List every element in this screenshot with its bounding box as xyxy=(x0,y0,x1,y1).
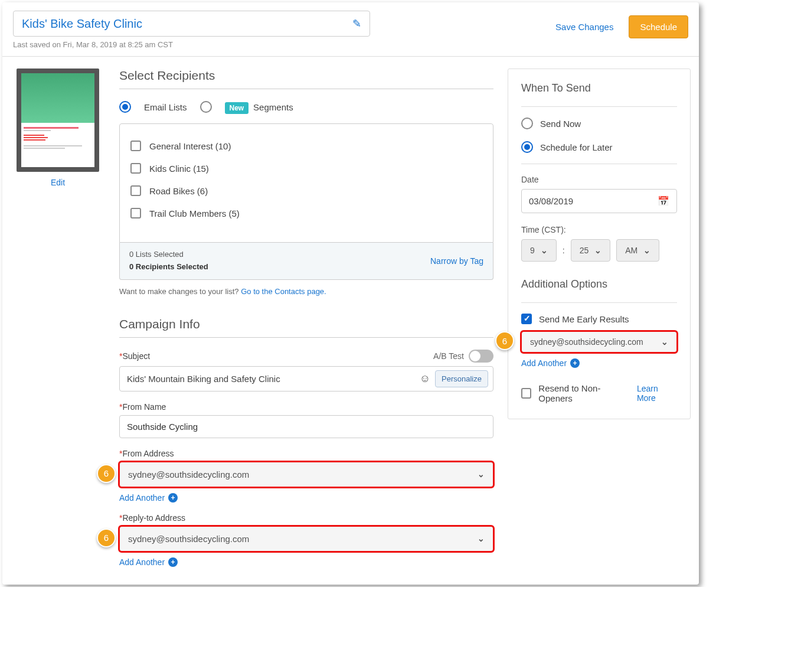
list-label: Kids Clinic (15) xyxy=(149,164,209,174)
emoji-icon[interactable]: ☺ xyxy=(420,373,430,385)
list-checkbox[interactable] xyxy=(130,185,141,196)
campaign-title-text: Kids' Bike Safety Clinic xyxy=(22,17,142,31)
list-label: Trail Club Members (5) xyxy=(149,208,240,218)
ab-test-toggle[interactable] xyxy=(469,350,493,363)
ab-test-label: A/B Test xyxy=(433,351,464,361)
calendar-icon: 📅 xyxy=(658,195,669,207)
subject-input[interactable]: Kids' Mountain Biking and Safety Clinic … xyxy=(119,366,493,392)
subject-value: Kids' Mountain Biking and Safety Clinic xyxy=(127,374,415,384)
plus-circle-icon: + xyxy=(168,493,178,503)
contacts-page-link[interactable]: Go to the Contacts page. xyxy=(241,287,326,296)
additional-options-heading: Additional Options xyxy=(521,278,677,291)
date-label: Date xyxy=(521,175,677,184)
date-value: 03/08/2019 xyxy=(529,196,573,206)
personalize-button[interactable]: Personalize xyxy=(435,370,488,387)
hour-select[interactable]: 9⌄ xyxy=(521,239,557,262)
add-another-early-link[interactable]: Add Another + xyxy=(521,358,580,368)
add-another-reply-link[interactable]: Add Another + xyxy=(119,557,178,567)
minute-select[interactable]: 25⌄ xyxy=(571,239,611,262)
reply-address-select[interactable]: sydney@southsidecycling.com ⌄ xyxy=(119,526,493,552)
lists-selected-count: 0 Lists Selected xyxy=(129,249,208,261)
list-item[interactable]: Trail Club Members (5) xyxy=(130,202,482,224)
resend-label: Resend to Non-Openers xyxy=(538,383,630,403)
from-address-label: From Address xyxy=(122,449,174,458)
date-input[interactable]: 03/08/2019 📅 xyxy=(521,189,677,213)
campaign-info-heading: Campaign Info xyxy=(119,317,493,331)
resend-checkbox[interactable] xyxy=(521,388,531,399)
new-badge: New xyxy=(225,102,249,114)
plus-circle-icon: + xyxy=(570,358,580,368)
subject-label: Subject xyxy=(122,351,150,361)
email-lists-radio[interactable] xyxy=(119,101,131,113)
email-lists-label: Email Lists xyxy=(144,102,187,112)
chevron-down-icon: ⌄ xyxy=(661,337,668,347)
early-results-label: Send Me Early Results xyxy=(539,314,629,324)
campaign-title-input[interactable]: Kids' Bike Safety Clinic ✎ xyxy=(13,11,370,37)
early-results-checkbox[interactable] xyxy=(521,314,532,324)
step-marker-6: 6 xyxy=(495,331,514,350)
narrow-by-tag-link[interactable]: Narrow by Tag xyxy=(430,256,483,266)
last-saved-text: Last saved on Fri, Mar 8, 2019 at 8:25 a… xyxy=(13,40,370,49)
schedule-button[interactable]: Schedule xyxy=(629,15,688,38)
chevron-down-icon: ⌄ xyxy=(643,246,650,255)
list-label: Road Bikes (6) xyxy=(149,186,208,196)
from-name-label: From Name xyxy=(122,402,166,412)
time-label: Time (CST): xyxy=(521,225,677,234)
list-checkbox[interactable] xyxy=(130,163,141,174)
reply-address-label: Reply-to Address xyxy=(122,513,185,523)
list-label: General Interest (10) xyxy=(149,141,231,151)
plus-circle-icon: + xyxy=(168,557,178,567)
from-address-select[interactable]: sydney@southsidecycling.com ⌄ xyxy=(119,462,493,487)
from-name-input[interactable] xyxy=(119,415,493,438)
send-now-radio[interactable] xyxy=(521,118,533,129)
send-now-label: Send Now xyxy=(540,119,581,129)
when-to-send-heading: When To Send xyxy=(521,82,677,94)
segments-label: Segments xyxy=(253,102,293,112)
schedule-later-label: Schedule for Later xyxy=(540,142,613,152)
add-another-from-link[interactable]: Add Another + xyxy=(119,493,178,503)
list-selection-footer: 0 Lists Selected 0 Recipients Selected N… xyxy=(119,243,493,280)
pencil-icon[interactable]: ✎ xyxy=(352,17,361,30)
segments-radio[interactable] xyxy=(200,101,212,113)
chevron-down-icon: ⌄ xyxy=(478,534,485,543)
early-results-email-value: sydney@southsidecycling.com xyxy=(530,337,643,347)
edit-preview-link[interactable]: Edit xyxy=(51,178,65,187)
from-address-value: sydney@southsidecycling.com xyxy=(128,469,249,479)
select-recipients-heading: Select Recipients xyxy=(119,68,493,83)
learn-more-link[interactable]: Learn More xyxy=(637,384,677,403)
list-checkbox[interactable] xyxy=(130,141,141,151)
email-lists-box: General Interest (10) Kids Clinic (15) R… xyxy=(119,123,493,243)
list-item[interactable]: Road Bikes (6) xyxy=(130,180,482,202)
chevron-down-icon: ⌄ xyxy=(541,246,548,255)
when-to-send-panel: When To Send Send Now Schedule for Later… xyxy=(508,68,691,419)
step-marker-6: 6 xyxy=(97,529,116,547)
step-marker-6: 6 xyxy=(97,464,116,483)
recipients-selected-count: 0 Recipients Selected xyxy=(129,261,208,273)
list-item[interactable]: Kids Clinic (15) xyxy=(130,157,482,180)
reply-address-value: sydney@southsidecycling.com xyxy=(128,534,249,544)
list-checkbox[interactable] xyxy=(130,208,141,218)
chevron-down-icon: ⌄ xyxy=(594,246,601,255)
list-item[interactable]: General Interest (10) xyxy=(130,135,482,157)
contacts-helper-text: Want to make changes to your list? Go to… xyxy=(119,287,493,296)
ampm-select[interactable]: AM⌄ xyxy=(616,239,659,262)
email-preview-thumbnail[interactable] xyxy=(17,68,99,172)
save-changes-link[interactable]: Save Changes xyxy=(555,22,613,32)
chevron-down-icon: ⌄ xyxy=(478,469,485,479)
schedule-later-radio[interactable] xyxy=(521,141,533,153)
early-results-email-select[interactable]: sydney@southsidecycling.com ⌄ xyxy=(521,331,677,353)
